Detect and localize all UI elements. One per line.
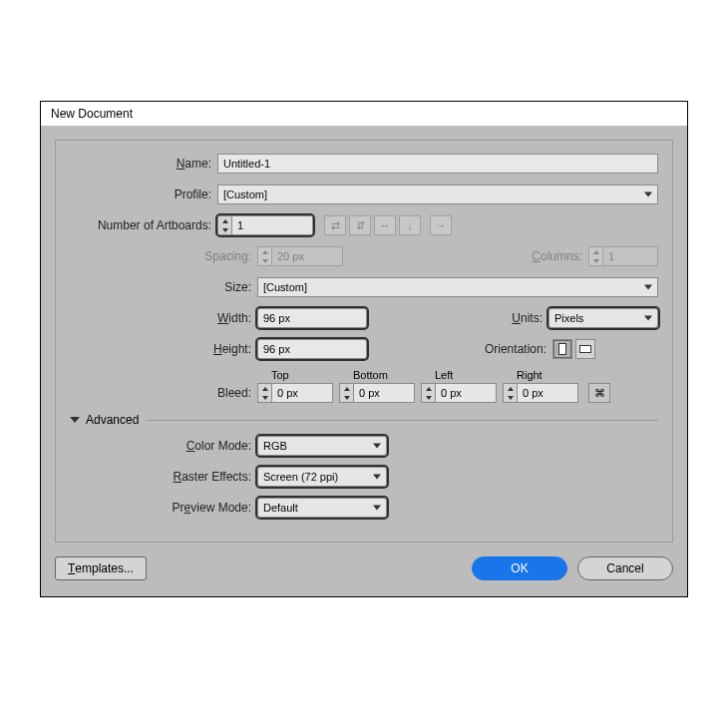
bleed-label: Bleed: bbox=[70, 386, 257, 403]
columns-spinner: 1 bbox=[588, 246, 658, 266]
preview-mode-value: Default bbox=[263, 502, 298, 514]
artboards-spinner[interactable]: 1 bbox=[217, 215, 313, 235]
artboards-label: Number of Artboards: bbox=[70, 218, 217, 232]
bleed-top-label: Top bbox=[257, 369, 333, 381]
artboards-value[interactable]: 1 bbox=[231, 215, 313, 235]
columns-value: 1 bbox=[602, 246, 658, 266]
arrange-ltr-icon: → bbox=[430, 215, 452, 235]
orientation-label: Orientation: bbox=[485, 342, 552, 356]
disclosure-triangle-icon bbox=[70, 417, 80, 423]
columns-label: Columns: bbox=[532, 249, 588, 263]
profile-label: Profile: bbox=[70, 187, 217, 201]
bleed-right-label: Right bbox=[503, 369, 578, 381]
chevron-down-icon bbox=[644, 316, 652, 321]
dialog-title: New Document bbox=[41, 102, 687, 126]
arrange-right-icon: ↔ bbox=[374, 215, 396, 235]
chevron-down-icon bbox=[373, 475, 381, 480]
preview-mode-label: Preview Mode: bbox=[70, 501, 257, 515]
preview-mode-dropdown[interactable]: Default bbox=[257, 498, 387, 518]
chevron-down-icon bbox=[644, 285, 652, 290]
footer: Templates... OK Cancel bbox=[55, 556, 673, 580]
color-mode-value: RGB bbox=[263, 440, 287, 452]
spacing-label: Spacing: bbox=[70, 249, 257, 263]
spacing-value: 20 px bbox=[271, 246, 343, 266]
size-value: [Custom] bbox=[263, 281, 307, 293]
size-label: Size: bbox=[70, 280, 257, 294]
link-bleed-icon[interactable]: ⌘ bbox=[588, 383, 610, 403]
chevron-down-icon bbox=[373, 506, 381, 511]
main-panel: Name: Untitled-1 Profile: [Custom] Numbe… bbox=[55, 140, 673, 543]
profile-dropdown[interactable]: [Custom] bbox=[217, 184, 658, 204]
templates-button[interactable]: Templates... bbox=[55, 556, 147, 580]
profile-value: [Custom] bbox=[223, 188, 267, 200]
orientation-landscape-button[interactable] bbox=[575, 339, 595, 359]
new-document-dialog: New Document Name: Untitled-1 Profile: [… bbox=[40, 101, 688, 597]
grid-by-row-icon: ⇄ bbox=[324, 215, 346, 235]
raster-effects-label: Raster Effects: bbox=[70, 470, 257, 484]
units-dropdown[interactable]: Pixels bbox=[548, 308, 658, 328]
bleed-bottom-spinner[interactable]: 0 px bbox=[339, 383, 415, 403]
spacing-spinner: 20 px bbox=[257, 246, 343, 266]
units-value: Pixels bbox=[554, 312, 583, 324]
name-label: Name: bbox=[70, 157, 217, 171]
color-mode-label: Color Mode: bbox=[70, 439, 257, 453]
bleed-bottom-label: Bottom bbox=[339, 369, 415, 381]
ok-button[interactable]: OK bbox=[472, 556, 567, 580]
raster-effects-value: Screen (72 ppi) bbox=[263, 471, 338, 483]
cancel-button[interactable]: Cancel bbox=[577, 556, 673, 580]
advanced-header[interactable]: Advanced bbox=[70, 413, 658, 427]
size-dropdown[interactable]: [Custom] bbox=[257, 277, 658, 297]
bleed-left-spinner[interactable]: 0 px bbox=[421, 383, 497, 403]
bleed-group: Top 0 px Bottom 0 px Left 0 px Right 0 p… bbox=[257, 369, 610, 403]
advanced-label: Advanced bbox=[86, 413, 139, 427]
bleed-top-spinner[interactable]: 0 px bbox=[257, 383, 333, 403]
height-input[interactable]: 96 px bbox=[257, 339, 367, 359]
units-label: Units: bbox=[512, 311, 548, 325]
spinner-buttons[interactable] bbox=[217, 215, 231, 235]
bleed-left-label: Left bbox=[421, 369, 497, 381]
chevron-down-icon bbox=[644, 192, 652, 197]
arrange-down-icon: ↓ bbox=[399, 215, 421, 235]
raster-effects-dropdown[interactable]: Screen (72 ppi) bbox=[257, 467, 387, 487]
color-mode-dropdown[interactable]: RGB bbox=[257, 436, 387, 456]
bleed-right-spinner[interactable]: 0 px bbox=[503, 383, 578, 403]
divider bbox=[147, 420, 658, 421]
width-label: Width: bbox=[70, 311, 257, 325]
height-label: Height: bbox=[70, 342, 257, 356]
width-input[interactable]: 96 px bbox=[257, 308, 367, 328]
grid-by-col-icon: ⇵ bbox=[349, 215, 371, 235]
name-input[interactable]: Untitled-1 bbox=[217, 154, 658, 174]
chevron-down-icon bbox=[373, 444, 381, 449]
dialog-body: Name: Untitled-1 Profile: [Custom] Numbe… bbox=[41, 126, 687, 596]
orientation-portrait-button[interactable] bbox=[552, 339, 572, 359]
